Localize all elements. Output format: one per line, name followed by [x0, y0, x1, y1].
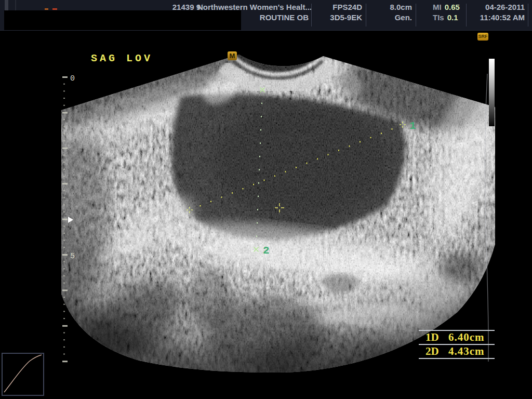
measurement-row: 2D 4.43cm	[419, 345, 495, 358]
ultrasound-screen: 21439 9 Northwestern Women's Healt... RO…	[0, 0, 532, 399]
orientation-marker-badge: M	[228, 51, 237, 60]
measurement-label: 2D	[425, 345, 448, 358]
system-time: 11:40:52 AM	[457, 12, 525, 23]
header-divider	[311, 4, 312, 26]
measurement-table-rule	[419, 358, 495, 359]
header-divider	[466, 4, 467, 26]
gamma-curve-box	[2, 353, 44, 396]
corner-notch	[5, 0, 8, 11]
header-speck	[52, 8, 57, 10]
preset-setting: Gen.	[370, 12, 412, 23]
header-divider	[366, 4, 366, 26]
annotation-text: SAG LOV	[91, 52, 153, 64]
srf-badge: SRF	[477, 33, 488, 41]
measurement-value: 6.40cm	[448, 331, 485, 344]
measurement-row: 1D 6.40cm	[419, 331, 495, 344]
system-date: 04-26-2011	[457, 2, 525, 12]
mi-label: MI	[433, 3, 442, 11]
measurement-label: 1D	[425, 331, 448, 344]
gamma-curve	[3, 354, 43, 395]
corner-line	[15, 0, 16, 10]
transducer-model: 3D5-9EK	[317, 12, 362, 23]
depth-setting: 8.0cm	[370, 2, 412, 12]
redaction-box	[4, 10, 241, 30]
frame-rate: FPS24D	[317, 2, 362, 12]
mi-readout: MI0.65	[433, 2, 460, 12]
measurement-value: 4.43cm	[448, 345, 485, 358]
tis-label: TIs	[433, 13, 444, 22]
header-divider	[416, 4, 416, 26]
header-speck	[45, 8, 48, 10]
tis-value: 0.1	[447, 13, 458, 22]
grayscale-bar	[489, 59, 495, 126]
header-divider	[528, 4, 528, 26]
tis-readout: TIs0.1	[433, 12, 458, 23]
measurement-table: 1D 6.40cm 2D 4.43cm	[419, 330, 495, 359]
